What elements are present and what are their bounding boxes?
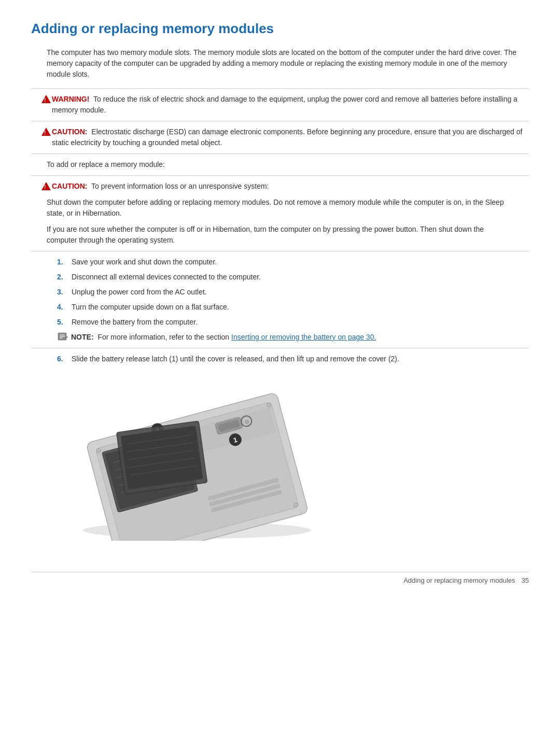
list-item: 5. Remove the battery from the computer. — [57, 317, 529, 328]
caution1-content: CAUTION: Electrostatic discharge (ESD) c… — [52, 126, 529, 148]
laptop-svg: 2 ⊙ 1 — [62, 375, 321, 541]
step-text: Turn the computer upside down on a flat … — [72, 302, 229, 313]
caution1-block: CAUTION: Electrostatic discharge (ESD) c… — [41, 126, 529, 148]
list-item: 6. Slide the battery release latch (1) u… — [57, 354, 529, 364]
note-block: NOTE: For more information, refer to the… — [57, 332, 519, 343]
note-text-before: For more information, refer to the secti… — [97, 333, 231, 341]
body-text-2: If you are not sure whether the computer… — [47, 224, 513, 246]
step-num: 1. — [57, 257, 72, 268]
step-text: Unplug the power cord from the AC outlet… — [72, 287, 207, 298]
caution2-label: CAUTION: — [52, 182, 87, 190]
step6-num: 6. — [57, 354, 72, 364]
caution1-icon — [41, 128, 51, 136]
step-text: Remove the battery from the computer. — [72, 317, 198, 328]
page-title: Adding or replacing memory modules — [31, 21, 529, 37]
step-text: Save your work and shut down the compute… — [72, 257, 217, 268]
list-item: 3. Unplug the power cord from the AC out… — [57, 287, 529, 298]
body-text-1: Shut down the computer before adding or … — [47, 197, 513, 219]
laptop-illustration: 2 ⊙ 1 — [62, 375, 321, 541]
warning-label: WARNING! — [52, 95, 89, 103]
add-replace-text: To add or replace a memory module: — [47, 159, 513, 170]
caution1-text: Electrostatic discharge (ESD) can damage… — [52, 128, 522, 147]
note-content: NOTE: For more information, refer to the… — [71, 332, 376, 343]
list-item: 2. Disconnect all external devices conne… — [57, 272, 529, 283]
list-item: 1. Save your work and shut down the comp… — [57, 257, 529, 268]
footer-text: Adding or replacing memory modules — [403, 577, 515, 584]
caution2-block: CAUTION: To prevent information loss or … — [41, 181, 529, 192]
footer-page: 35 — [522, 577, 529, 584]
divider-5 — [31, 251, 529, 251]
step-num: 4. — [57, 302, 72, 313]
footer: Adding or replacing memory modules 35 — [31, 572, 529, 584]
caution1-label: CAUTION: — [52, 128, 87, 136]
step6-list: 6. Slide the battery release latch (1) u… — [57, 354, 529, 364]
step-num: 5. — [57, 317, 72, 328]
intro-text: The computer has two memory module slots… — [47, 47, 529, 80]
caution2-icon — [41, 182, 51, 190]
warning-text: To reduce the risk of electric shock and… — [52, 95, 517, 114]
note-link[interactable]: Inserting or removing the battery on pag… — [231, 333, 376, 341]
divider-1 — [31, 88, 529, 89]
caution2-content: CAUTION: To prevent information loss or … — [52, 181, 269, 192]
divider-6 — [31, 348, 529, 348]
caution2-text: To prevent information loss or an unresp… — [91, 182, 269, 190]
step6-text: Slide the battery release latch (1) unti… — [72, 354, 399, 364]
step-num: 2. — [57, 272, 72, 283]
step-num: 3. — [57, 287, 72, 298]
steps-list: 1. Save your work and shut down the comp… — [57, 257, 529, 328]
note-icon — [57, 332, 68, 342]
note-label: NOTE: — [71, 333, 94, 341]
divider-3 — [31, 153, 529, 154]
warning-content: WARNING! To reduce the risk of electric … — [52, 94, 529, 116]
warning-icon — [41, 95, 51, 103]
list-item: 4. Turn the computer upside down on a fl… — [57, 302, 529, 313]
warning-block: WARNING! To reduce the risk of electric … — [41, 94, 529, 116]
step-text: Disconnect all external devices connecte… — [72, 272, 261, 283]
divider-2 — [31, 121, 529, 121]
divider-4 — [31, 175, 529, 176]
